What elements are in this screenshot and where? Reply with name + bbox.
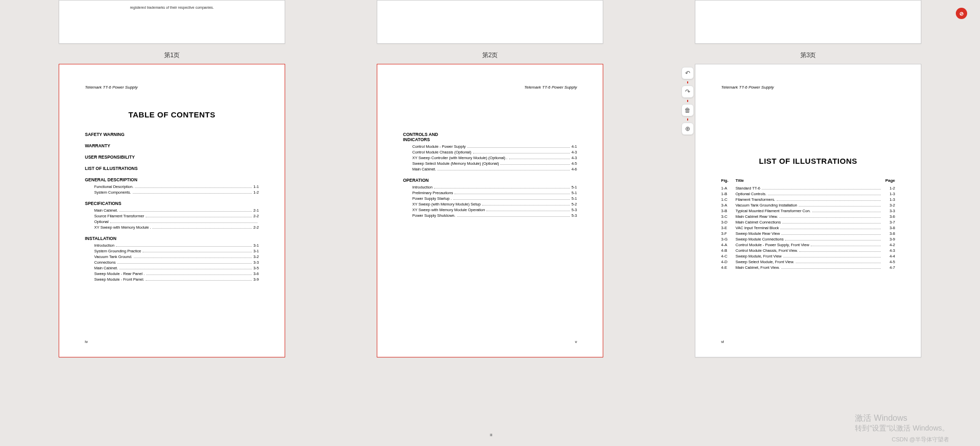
page-3-thumb[interactable]: iii [695, 0, 921, 44]
page-2-thumb[interactable]: iii [377, 0, 603, 44]
doc-header: Telemark TT-6 Power Supply [721, 85, 895, 90]
page-4-thumb[interactable]: Telemark TT-6 Power Supply TABLE OF CONT… [59, 64, 285, 357]
page-grid: registered trademarks of their respectiv… [0, 0, 980, 357]
toc-item: Introduction5-1 [403, 185, 577, 190]
doc-header: Telemark TT-6 Power Supply [403, 85, 577, 90]
page3-mark: iii [490, 433, 493, 437]
loi-row: 1-AStandard TT-61-2 [721, 186, 895, 191]
toc-section: GENERAL DESCRIPTION [85, 177, 259, 182]
loi-row: 4-BControl Module Chassis, Front View.4-… [721, 248, 895, 253]
loi-row: 4-DSweep Select Module, Front View.4-5 [721, 260, 895, 264]
loi-row: 3-AVacuum Tank Grounding Installation3-2 [721, 203, 895, 208]
toc-section: LIST OF ILLUSTRATIONS [85, 166, 259, 171]
delete-icon[interactable]: 🗑 [681, 104, 694, 116]
loi-row: 3-EVAC Input Terminal Block3-8 [721, 226, 895, 230]
rotate-cw-icon[interactable]: ↷ [681, 85, 694, 98]
toc-item: Sweep Select Module (Memory Module) (Opt… [403, 161, 577, 166]
page-tools: ↶ ↷ 🗑 ⊕ [681, 67, 694, 135]
add-page-icon[interactable]: ⊕ [681, 123, 694, 135]
toc-item: System Grounding Practice3-1 [85, 249, 259, 253]
toc-item: Sweep Module - Rear Panel .3-6 [85, 271, 259, 276]
toc-item: XY Sweep with Memory Module Operation5-3 [403, 208, 577, 212]
toc-section: INSTALLATION [85, 236, 259, 241]
toc-section: WARRANTY [85, 143, 259, 148]
page-1-label: 第1页 [164, 51, 180, 60]
toc-section: USER RESPONSIBILITY [85, 155, 259, 160]
page-number: v [575, 339, 577, 344]
rotate-ccw-icon[interactable]: ↶ [681, 67, 694, 79]
toc-item: Connections3-3 [85, 260, 259, 265]
toc-item: XY Sweep Controller (with Memory Module)… [403, 156, 577, 160]
toc-item: XY Sweep (with Memory Module) Setup5-2 [403, 202, 577, 207]
toc-item: Main Cabinet.3-5 [85, 266, 259, 270]
loi-title: LIST OF ILLUSTRATIONS [721, 157, 895, 165]
toc-title: TABLE OF CONTENTS [85, 110, 259, 119]
loi-row: 3-FSweep Module Rear View3-8 [721, 231, 895, 236]
page-number: iv [85, 339, 87, 344]
toc-item: Functional Description.1-1 [85, 184, 259, 189]
loi-row: 3-GSweep Module Connections3-9 [721, 237, 895, 242]
toc-section: OPERATION [403, 178, 465, 183]
page-5-thumb[interactable]: Telemark TT-6 Power Supply CONTROLS AND … [377, 64, 603, 357]
toc-item: Control Module Chassis (Optional)4-3 [403, 150, 577, 155]
toc-item: Preliminary Precautions5-1 [403, 191, 577, 195]
toc-item: Power Supply Startup .5-1 [403, 196, 577, 201]
toc-item: Vacuum Tank Ground.3-2 [85, 254, 259, 259]
toc-section: SPECIFICATIONS [85, 201, 259, 206]
loi-header-row: Fig. Title Page [721, 178, 895, 183]
loi-row: 4-AControl Module - Power Supply, Front … [721, 243, 895, 247]
toc-item: Main Cabinet.2-1 [85, 208, 259, 213]
page-6-thumb[interactable]: Telemark TT-6 Power Supply LIST OF ILLUS… [695, 64, 921, 357]
toc-item: XY Sweep with Memory Module .2-2 [85, 225, 259, 230]
windows-watermark: 激活 Windows 转到"设置"以激活 Windows。 [855, 413, 949, 433]
app-badge-icon[interactable]: ⊘ [956, 8, 967, 19]
toc-item: Introduction3-1 [85, 243, 259, 248]
loi-row: 4-CSweep Module, Front View4-4 [721, 254, 895, 259]
page-3-label: 第3页 [800, 51, 816, 60]
loi-row: 3-CMain Cabinet Rear View.3-6 [721, 214, 895, 219]
loi-row: 3-BTypical Mounted Filament Transformer … [721, 209, 895, 213]
loi-row: 1-CFilament Transformers.1-3 [721, 197, 895, 202]
toc-item: Optional [85, 219, 259, 224]
loi-row: 3-DMain Cabinet Connections3-7 [721, 220, 895, 225]
toc-section: SAFETY WARNING [85, 132, 259, 137]
page-number: vi [721, 339, 724, 344]
toc-section: CONTROLS AND INDICATORS [403, 132, 465, 142]
toc-item: Control Module - Power Supply4-1 [403, 144, 577, 149]
toc-item: Source Filament Transformer2-2 [85, 214, 259, 218]
page-1-thumb[interactable]: registered trademarks of their respectiv… [59, 0, 285, 44]
loi-row: 4-EMain Cabinet, Front View.4-7 [721, 265, 895, 270]
page-2-label: 第2页 [482, 51, 498, 60]
csdn-watermark: CSDN @半导体守望者 [892, 436, 949, 443]
doc-header: Telemark TT-6 Power Supply [85, 85, 259, 90]
toc-item: Power Supply Shutdown.5-3 [403, 213, 577, 218]
page1-fragment: registered trademarks of their respectiv… [59, 1, 285, 14]
toc-item: Main Cabinet.4-6 [403, 167, 577, 171]
loi-row: 1-BOptional Controls.1-3 [721, 192, 895, 196]
toc-item: Sweep Module - Front Panel.3-9 [85, 277, 259, 282]
toc-item: System Components.1-2 [85, 190, 259, 195]
